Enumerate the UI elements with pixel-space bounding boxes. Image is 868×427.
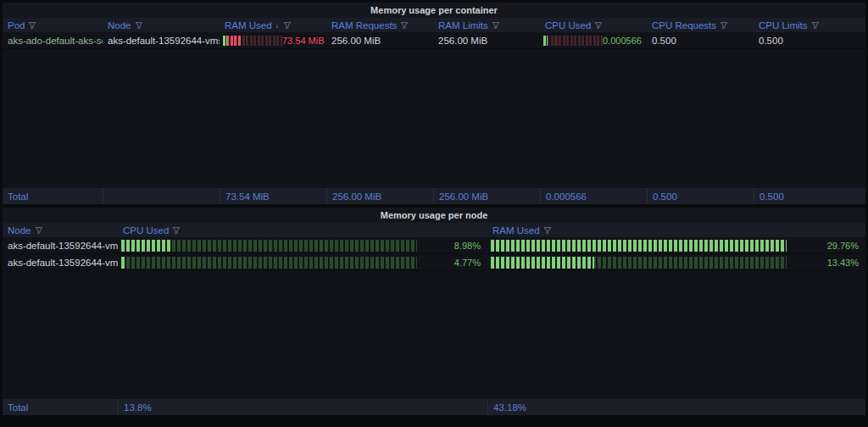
panel-title[interactable]: Memory usage per node bbox=[3, 208, 865, 223]
filter-icon[interactable] bbox=[811, 21, 820, 30]
filter-icon[interactable] bbox=[135, 21, 143, 30]
column-header-node[interactable]: Node bbox=[103, 18, 220, 32]
cpu-used-cell: 0.000566 bbox=[540, 32, 647, 48]
cpu-used-cell: 8.98% bbox=[118, 237, 487, 253]
pod-name-cell[interactable]: aks-ado-default-aks-scaled-tgs… bbox=[3, 32, 103, 48]
cpu-used-value: 8.98% bbox=[417, 241, 481, 251]
panel-memory-per-container: Memory usage per container Pod Node RAM … bbox=[3, 3, 865, 204]
total-cpu-requests: 0.500 bbox=[647, 188, 754, 204]
totals-row: Total 73.54 MiB 256.00 MiB 256.00 MiB 0.… bbox=[3, 188, 865, 204]
filter-icon[interactable] bbox=[172, 226, 181, 235]
column-header-ram-limits[interactable]: RAM Limits bbox=[433, 18, 540, 32]
gauge-first-cell bbox=[223, 36, 227, 46]
table-empty-area bbox=[3, 49, 865, 188]
gauge-fill bbox=[491, 257, 594, 269]
column-header-pod[interactable]: Pod bbox=[3, 18, 103, 32]
gauge-fill bbox=[491, 240, 787, 252]
ram-requests-cell: 256.00 MiB bbox=[326, 32, 433, 48]
column-header-ram-used[interactable]: RAM Used ↓ bbox=[220, 18, 326, 32]
ram-used-gauge bbox=[491, 240, 787, 252]
total-cpu-limits: 0.500 bbox=[754, 188, 865, 204]
ram-used-cell: 29.76% bbox=[487, 237, 865, 253]
node-name-cell: aks-default-13592644-vmss000003 bbox=[3, 254, 118, 270]
column-header-node[interactable]: Node bbox=[3, 223, 118, 237]
table-row: aks-default-13592644-vmss000003 4.77% 13… bbox=[3, 254, 865, 271]
gauge-first-cell bbox=[543, 36, 548, 46]
cpu-requests-cell: 0.500 bbox=[647, 32, 754, 48]
cpu-limits-cell: 0.500 bbox=[754, 32, 865, 48]
filter-icon[interactable] bbox=[594, 21, 603, 30]
gauge-fill bbox=[121, 240, 171, 252]
column-header-cpu-used[interactable]: CPU Used bbox=[540, 18, 647, 32]
total-ram-used: 43.18% bbox=[487, 399, 865, 415]
cpu-used-gauge bbox=[121, 257, 417, 269]
panel-memory-per-node: Memory usage per node Node CPU Used RAM … bbox=[3, 208, 865, 415]
ram-used-value: 73.54 MiB bbox=[282, 36, 325, 46]
totals-row: Total 13.8% 43.18% bbox=[3, 399, 865, 415]
column-header-ram-used[interactable]: RAM Used bbox=[487, 223, 865, 237]
table-row: aks-ado-default-aks-scaled-tgs… aks-defa… bbox=[3, 32, 865, 49]
ram-used-gauge bbox=[491, 257, 787, 269]
filter-icon[interactable] bbox=[492, 21, 500, 30]
table-header-row: Pod Node RAM Used ↓ RAM Requests RAM Lim… bbox=[3, 18, 865, 32]
column-header-cpu-used[interactable]: CPU Used bbox=[118, 223, 487, 237]
total-ram-used: 73.54 MiB bbox=[220, 188, 326, 204]
filter-icon[interactable] bbox=[35, 226, 43, 235]
total-cpu-used: 0.000566 bbox=[540, 188, 647, 204]
filter-icon[interactable] bbox=[283, 21, 292, 30]
total-ram-limits: 256.00 MiB bbox=[433, 188, 540, 204]
ram-used-cell: 13.43% bbox=[487, 254, 865, 270]
filter-icon[interactable] bbox=[400, 21, 409, 30]
total-ram-requests: 256.00 MiB bbox=[326, 188, 433, 204]
ram-used-cell: 73.54 MiB bbox=[220, 32, 326, 48]
column-header-cpu-limits[interactable]: CPU Limits bbox=[754, 18, 865, 32]
cpu-used-gauge bbox=[543, 36, 603, 46]
table-row: aks-default-13592644-vmss000000 8.98% 29… bbox=[3, 237, 865, 254]
column-header-cpu-requests[interactable]: CPU Requests bbox=[647, 18, 754, 32]
table-empty-area bbox=[3, 271, 865, 399]
cpu-used-value: 4.77% bbox=[417, 258, 481, 268]
total-label: Total bbox=[3, 188, 103, 204]
panel-title[interactable]: Memory usage per container bbox=[3, 3, 865, 18]
filter-icon[interactable] bbox=[28, 21, 36, 30]
cpu-used-gauge bbox=[121, 240, 417, 252]
ram-used-gauge bbox=[223, 36, 282, 46]
ram-used-value: 29.76% bbox=[787, 241, 859, 251]
cpu-used-cell: 4.77% bbox=[118, 254, 487, 270]
ram-limits-cell: 256.00 MiB bbox=[433, 32, 540, 48]
ram-used-value: 13.43% bbox=[787, 258, 859, 268]
filter-icon[interactable] bbox=[543, 226, 552, 235]
gauge-fill bbox=[121, 257, 126, 269]
total-node bbox=[103, 188, 220, 204]
column-header-ram-requests[interactable]: RAM Requests bbox=[326, 18, 433, 32]
filter-icon[interactable] bbox=[720, 21, 728, 30]
cpu-used-value: 0.000566 bbox=[603, 36, 642, 46]
node-name-cell: aks-default-13592644-vmss000000 bbox=[3, 237, 118, 253]
table-header-row: Node CPU Used RAM Used bbox=[3, 223, 865, 237]
sort-desc-icon[interactable]: ↓ bbox=[275, 20, 280, 30]
total-label: Total bbox=[3, 399, 118, 415]
node-name-cell: aks-default-13592644-vmss000003 bbox=[103, 32, 220, 48]
total-cpu-used: 13.8% bbox=[118, 399, 487, 415]
